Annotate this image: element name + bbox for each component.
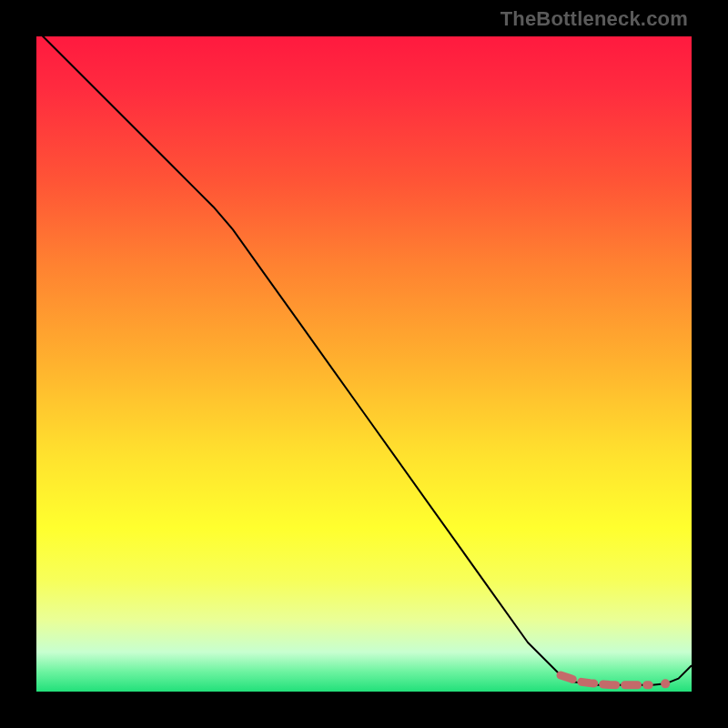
optimal-range-marker bbox=[561, 675, 649, 685]
chart-svg bbox=[36, 36, 692, 692]
watermark-text: TheBottleneck.com bbox=[500, 7, 688, 31]
bottleneck-curve bbox=[36, 30, 692, 685]
optimal-point-marker bbox=[661, 679, 670, 688]
